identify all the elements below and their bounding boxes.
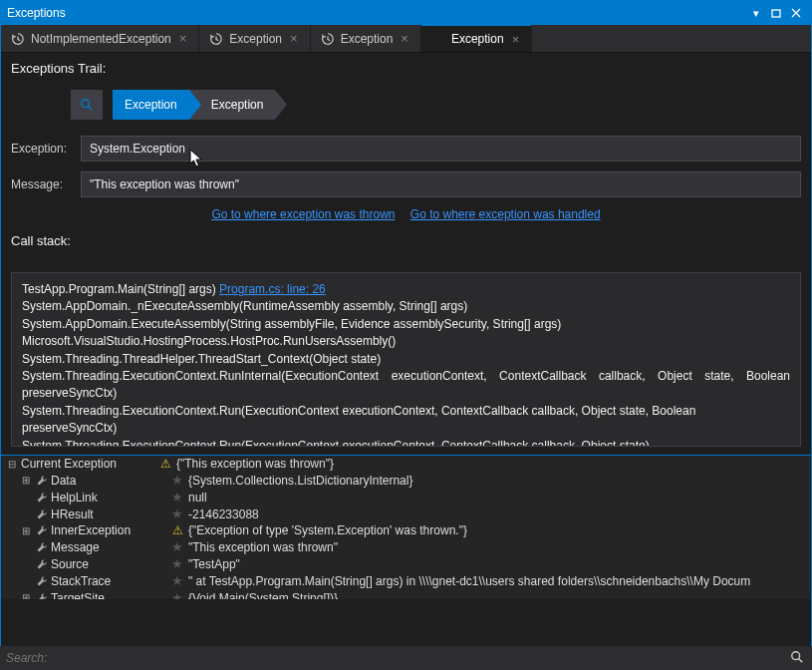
prop-row-message[interactable]: Message★"This exception was thrown": [1, 538, 811, 555]
callstack-frame: System.Threading.ThreadHelper.ThreadStar…: [22, 351, 790, 368]
prop-name: Data: [51, 474, 166, 488]
prop-value: "This exception was thrown": [188, 540, 807, 554]
history-icon: [209, 32, 223, 46]
message-label: Message:: [11, 177, 73, 191]
tab-label: Exception: [341, 32, 394, 46]
star-icon[interactable]: ★: [168, 590, 186, 599]
prop-row-helplink[interactable]: HelpLink★null: [1, 489, 811, 505]
tab-0[interactable]: NotImplementedException×: [1, 25, 199, 52]
svg-point-2: [792, 652, 800, 660]
prop-value: {"This exception was thrown"}: [176, 457, 807, 471]
search-button[interactable]: [790, 650, 806, 666]
tab-close-icon[interactable]: ×: [288, 31, 300, 46]
prop-root[interactable]: ⊟Current Exception⚠{"This exception was …: [1, 456, 811, 472]
prop-row-data[interactable]: ⊞Data★{System.Collections.ListDictionary…: [1, 472, 811, 489]
exception-input[interactable]: [81, 136, 801, 162]
wrench-icon: [36, 492, 48, 503]
star-icon[interactable]: ★: [168, 506, 186, 521]
tab-strip: NotImplementedException×Exception×Except…: [1, 25, 811, 53]
warning-icon: ⚠: [156, 457, 174, 471]
close-button[interactable]: [787, 5, 805, 21]
prop-name: Current Exception: [21, 457, 154, 471]
star-icon[interactable]: ★: [168, 490, 186, 504]
star-icon[interactable]: ★: [168, 573, 186, 588]
tab-3[interactable]: Exception×: [421, 24, 532, 52]
breadcrumb-crumb-0[interactable]: Exception: [113, 90, 189, 120]
callstack-label: Call stack:: [11, 233, 801, 248]
go-thrown-link[interactable]: Go to where exception was thrown: [211, 207, 395, 221]
tab-close-icon[interactable]: ×: [177, 31, 189, 46]
prop-row-source[interactable]: Source★"TestApp": [1, 555, 811, 572]
callstack-source-link[interactable]: Program.cs: line: 26: [219, 282, 326, 296]
prop-row-targetsite[interactable]: ⊞TargetSite★{Void Main(System.String[])}: [1, 589, 811, 599]
titlebar-buttons: ▾: [747, 5, 805, 21]
tab-close-icon[interactable]: ×: [399, 31, 410, 46]
history-icon: [11, 32, 25, 46]
prop-value: {"Exception of type 'System.Exception' w…: [188, 523, 807, 537]
prop-value: {Void Main(System.String[])}: [188, 591, 807, 600]
trail-section: Exceptions Trail: ExceptionException Exc…: [1, 53, 811, 268]
callstack-box[interactable]: TestApp.Program.Main(String[] args) Prog…: [11, 272, 801, 447]
search-bar: [0, 646, 812, 670]
prop-name: InnerException: [51, 523, 166, 537]
prop-value: -2146233088: [188, 507, 807, 521]
collapse-icon[interactable]: ⊟: [5, 459, 19, 470]
tab-label: Exception: [229, 32, 282, 46]
warning-icon[interactable]: ⚠: [168, 523, 186, 537]
breadcrumb-row: ExceptionException: [71, 90, 801, 120]
expand-icon[interactable]: ⊞: [19, 592, 33, 599]
maximize-button[interactable]: [767, 5, 785, 21]
prop-row-innerexception[interactable]: ⊞InnerException⚠{"Exception of type 'Sys…: [1, 522, 811, 538]
breadcrumb-crumb-1[interactable]: Exception: [189, 90, 276, 120]
callstack-frame: System.AppDomain.ExecuteAssembly(String …: [22, 316, 790, 333]
window-title: Exceptions: [7, 6, 747, 20]
message-input[interactable]: [81, 171, 801, 197]
wrench-icon: [36, 541, 48, 553]
tab-close-icon[interactable]: ×: [510, 32, 522, 47]
star-icon[interactable]: ★: [168, 556, 186, 571]
callstack-frame: Microsoft.VisualStudio.HostingProcess.Ho…: [22, 333, 790, 350]
wrench-icon: [36, 524, 48, 536]
wrench-icon: [36, 592, 48, 600]
prop-name: TargetSite: [51, 591, 166, 600]
prop-name: HelpLink: [51, 491, 166, 504]
prop-value: null: [188, 491, 807, 504]
prop-value: {System.Collections.ListDictionaryIntern…: [188, 474, 807, 488]
callstack-frame: System.AppDomain._nExecuteAssembly(Runti…: [22, 298, 790, 315]
svg-point-1: [82, 100, 90, 108]
search-input[interactable]: [6, 651, 790, 665]
wrench-icon: [36, 475, 48, 487]
dropdown-button[interactable]: ▾: [747, 5, 765, 21]
wrench-icon: [36, 508, 48, 520]
prop-value: "TestApp": [188, 557, 807, 571]
tab-1[interactable]: Exception×: [199, 25, 310, 52]
tab-label: Exception: [451, 32, 504, 46]
svg-rect-0: [772, 10, 780, 17]
prop-name: StackTrace: [51, 574, 166, 588]
prop-value: " at TestApp.Program.Main(String[] args)…: [188, 574, 807, 588]
prop-row-stacktrace[interactable]: StackTrace★" at TestApp.Program.Main(Str…: [1, 572, 811, 589]
search-icon: [80, 98, 94, 112]
callstack-frame: TestApp.Program.Main(String[] args): [22, 282, 219, 296]
star-icon[interactable]: ★: [168, 539, 186, 554]
history-icon: [321, 32, 335, 46]
tab-label: NotImplementedException: [31, 32, 171, 46]
expand-icon[interactable]: ⊞: [19, 475, 33, 486]
prop-name: Message: [51, 540, 166, 554]
expand-icon[interactable]: ⊞: [19, 525, 33, 536]
prop-name: Source: [51, 557, 166, 571]
breadcrumb-crumbs: ExceptionException: [113, 90, 275, 120]
trail-search-button[interactable]: [71, 90, 103, 120]
tab-2[interactable]: Exception×: [311, 25, 421, 52]
wrench-icon: [36, 575, 48, 587]
links-row: Go to where exception was thrown Go to w…: [11, 207, 801, 221]
prop-row-hresult[interactable]: HResult★-2146233088: [1, 505, 811, 522]
exception-label: Exception:: [11, 142, 73, 156]
callstack-frame: System.Threading.ExecutionContext.Run(Ex…: [22, 438, 790, 447]
properties-panel[interactable]: ⊟Current Exception⚠{"This exception was …: [1, 455, 811, 599]
window-titlebar: Exceptions ▾: [1, 1, 811, 25]
star-icon[interactable]: ★: [168, 473, 186, 488]
go-handled-link[interactable]: Go to where exception was handled: [410, 207, 601, 221]
wrench-icon: [36, 558, 48, 570]
callstack-frame: System.Threading.ExecutionContext.RunInt…: [22, 368, 790, 403]
